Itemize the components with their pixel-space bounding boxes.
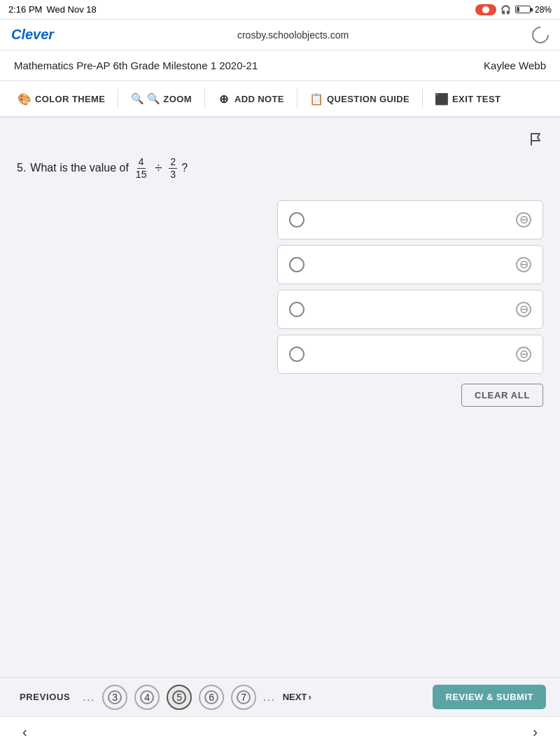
dots-right: ... xyxy=(263,692,276,703)
browser-bar: Clever crosby.schoolobjects.com xyxy=(0,20,560,50)
question-guide-button[interactable]: 📋 QUESTION GUIDE xyxy=(300,87,419,111)
page-7-button[interactable]: 7 xyxy=(231,685,256,710)
radio-d[interactable] xyxy=(289,347,304,362)
previous-button[interactable]: PREVIOUS xyxy=(14,689,76,705)
question-stem: What is the value of xyxy=(30,162,129,174)
add-note-icon: ⊕ xyxy=(218,92,230,105)
url-display: crosby.schoolobjects.com xyxy=(237,29,349,41)
clear-all-button[interactable]: CLEAR ALL xyxy=(461,384,543,407)
radio-c[interactable] xyxy=(289,302,304,317)
answer-option-b[interactable]: ⊖ xyxy=(277,245,543,284)
color-theme-label: COLOR THEME xyxy=(35,94,105,104)
division-sign: ÷ xyxy=(155,161,162,176)
page-5-button[interactable]: 5 xyxy=(167,685,192,710)
divider-4 xyxy=(422,89,423,109)
eliminate-d[interactable]: ⊖ xyxy=(516,347,531,362)
app-header: Mathematics Pre-AP 6th Grade Milestone 1… xyxy=(0,50,560,81)
add-note-label: ADD NOTE xyxy=(234,94,284,104)
exit-test-label: EXIT TEST xyxy=(452,94,500,104)
page-6-button[interactable]: 6 xyxy=(199,685,224,710)
fraction1: 4 15 xyxy=(134,156,148,181)
main-content: 5. What is the value of 4 15 ÷ 2 3 ? ⊖ ⊖ xyxy=(0,118,560,678)
refresh-icon[interactable] xyxy=(528,23,552,47)
next-chevron: › xyxy=(308,692,311,702)
toolbar: 🎨 COLOR THEME 🔍 🔍 ZOOM ⊕ ADD NOTE 📋 QUES… xyxy=(0,81,560,118)
question-number: 5. xyxy=(17,162,26,174)
answer-option-a[interactable]: ⊖ xyxy=(277,200,543,239)
page-4-button[interactable]: 4 xyxy=(134,685,160,710)
next-label: NEXT xyxy=(283,692,307,702)
page-3-button[interactable]: 3 xyxy=(102,685,127,710)
fraction2-denominator: 3 xyxy=(169,169,177,181)
dots-left: ... xyxy=(83,692,95,703)
question-text: 5. What is the value of 4 15 ÷ 2 3 ? xyxy=(17,156,543,181)
review-submit-button[interactable]: REVIEW & SUBMIT xyxy=(433,685,546,709)
zoom-label: ZOOM xyxy=(163,94,192,104)
back-arrow-button[interactable]: ‹ xyxy=(17,721,33,743)
forward-arrow-button[interactable]: › xyxy=(527,721,543,743)
status-bar: 2:16 PM Wed Nov 18 🎧 28% xyxy=(0,0,560,20)
battery-percent: 28% xyxy=(535,5,552,15)
divider-2 xyxy=(204,89,205,109)
battery-indicator xyxy=(515,6,531,13)
exit-test-icon: ⬛ xyxy=(435,92,448,105)
record-indicator xyxy=(475,4,496,15)
zoom-in-icon[interactable]: 🔍 xyxy=(147,92,160,105)
question-guide-label: QUESTION GUIDE xyxy=(327,94,410,104)
app-title: Mathematics Pre-AP 6th Grade Milestone 1… xyxy=(14,60,258,71)
zoom-out-icon[interactable]: 🔍 xyxy=(131,92,144,105)
next-section: NEXT › xyxy=(283,692,312,702)
exit-test-button[interactable]: ⬛ EXIT TEST xyxy=(426,87,510,111)
answer-options: ⊖ ⊖ ⊖ ⊖ xyxy=(277,200,543,374)
answer-option-d[interactable]: ⊖ xyxy=(277,335,543,374)
clear-all-container: CLEAR ALL xyxy=(277,384,543,407)
fraction2: 2 3 xyxy=(169,156,177,181)
color-theme-button[interactable]: 🎨 COLOR THEME xyxy=(8,87,115,111)
fraction2-numerator: 2 xyxy=(169,156,177,169)
question-suffix: ? xyxy=(181,162,188,174)
clever-logo: Clever xyxy=(11,27,54,43)
radio-a[interactable] xyxy=(289,212,304,228)
eliminate-b[interactable]: ⊖ xyxy=(516,257,531,272)
user-name: Kaylee Webb xyxy=(484,60,546,71)
fraction1-denominator: 15 xyxy=(134,169,148,181)
fraction1-numerator: 4 xyxy=(137,156,146,169)
eliminate-c[interactable]: ⊖ xyxy=(516,302,531,317)
add-note-button[interactable]: ⊕ ADD NOTE xyxy=(208,87,294,111)
time-display: 2:16 PM xyxy=(8,4,42,15)
divider-1 xyxy=(118,89,118,109)
answer-option-c[interactable]: ⊖ xyxy=(277,290,543,329)
question-guide-icon: 📋 xyxy=(310,92,323,105)
flag-area xyxy=(17,132,543,151)
radio-b[interactable] xyxy=(289,257,304,272)
flag-button[interactable] xyxy=(528,132,543,151)
zoom-section: 🔍 🔍 ZOOM xyxy=(121,87,202,111)
headphone-icon: 🎧 xyxy=(500,5,511,15)
palette-icon: 🎨 xyxy=(18,92,31,105)
divider-3 xyxy=(297,89,298,109)
system-bottom-bar: ‹ › xyxy=(0,716,560,747)
eliminate-a[interactable]: ⊖ xyxy=(516,212,531,228)
math-expression: 4 15 ÷ 2 3 ? xyxy=(133,156,188,181)
date-display: Wed Nov 18 xyxy=(46,4,96,15)
bottom-nav: PREVIOUS ... 3 4 5 6 7 ... NEXT › REVIEW… xyxy=(0,677,560,716)
